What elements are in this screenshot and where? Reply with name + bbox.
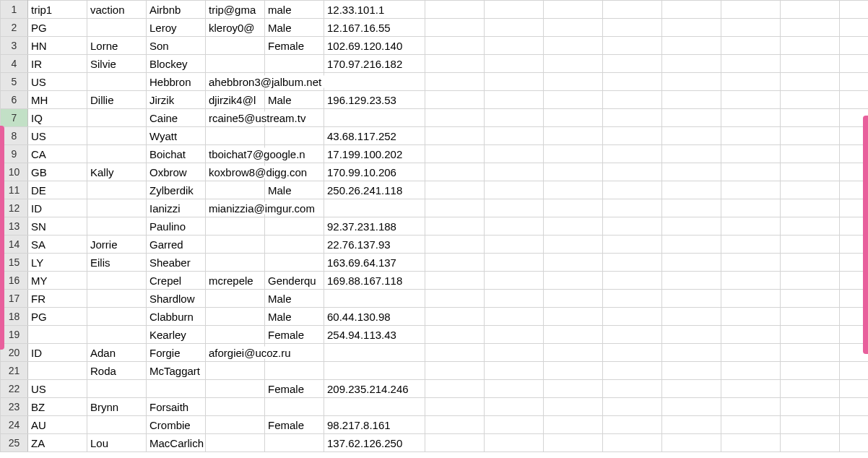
row-header[interactable]: 15 <box>1 254 28 272</box>
cell-empty[interactable] <box>425 236 485 254</box>
cell-empty[interactable] <box>485 434 544 452</box>
cell-A[interactable]: PG <box>28 19 87 37</box>
cell-empty[interactable] <box>425 380 485 398</box>
table-row[interactable]: 25ZALouMacCarlich137.62.126.250 <box>1 434 869 452</box>
cell-empty[interactable] <box>662 19 721 37</box>
cell-empty[interactable] <box>781 236 840 254</box>
cell-empty[interactable] <box>544 55 603 73</box>
cell-empty[interactable] <box>544 91 603 109</box>
cell-B[interactable] <box>87 181 147 199</box>
cell-empty[interactable] <box>840 55 869 73</box>
cell-empty[interactable] <box>721 308 781 326</box>
table-row[interactable]: 9CABoichattboichat7@google.n17.199.100.2… <box>1 145 869 163</box>
cell-empty[interactable] <box>603 344 662 362</box>
cell-E[interactable]: Female <box>265 380 324 398</box>
cell-empty[interactable] <box>485 236 544 254</box>
cell-C[interactable]: Son <box>147 37 206 55</box>
cell-empty[interactable] <box>425 217 485 236</box>
cell-F[interactable] <box>324 362 425 380</box>
row-header[interactable]: 2 <box>1 19 28 37</box>
cell-C[interactable]: Oxbrow <box>147 163 206 181</box>
cell-empty[interactable] <box>485 91 544 109</box>
cell-empty[interactable] <box>781 362 840 380</box>
cell-E[interactable]: Female <box>265 37 324 55</box>
cell-empty[interactable] <box>544 308 603 326</box>
cell-E[interactable]: male <box>265 1 324 19</box>
cell-empty[interactable] <box>425 326 485 344</box>
cell-empty[interactable] <box>485 272 544 290</box>
cell-empty[interactable] <box>662 290 721 308</box>
cell-empty[interactable] <box>840 91 869 109</box>
row-header[interactable]: 25 <box>1 434 28 452</box>
cell-B[interactable] <box>87 73 147 91</box>
cell-empty[interactable] <box>662 308 721 326</box>
cell-empty[interactable] <box>544 362 603 380</box>
cell-empty[interactable] <box>603 254 662 272</box>
cell-empty[interactable] <box>603 163 662 181</box>
cell-empty[interactable] <box>781 199 840 217</box>
cell-empty[interactable] <box>603 1 662 19</box>
cell-empty[interactable] <box>425 290 485 308</box>
cell-empty[interactable] <box>721 145 781 163</box>
cell-B[interactable] <box>87 380 147 398</box>
cell-D[interactable] <box>206 37 265 55</box>
cell-empty[interactable] <box>662 380 721 398</box>
cell-empty[interactable] <box>544 380 603 398</box>
cell-empty[interactable] <box>425 163 485 181</box>
cell-empty[interactable] <box>721 290 781 308</box>
cell-D[interactable] <box>206 434 265 452</box>
cell-F[interactable]: 17.199.100.202 <box>324 145 425 163</box>
cell-empty[interactable] <box>485 73 544 91</box>
cell-B[interactable]: Dillie <box>87 91 147 109</box>
row-header[interactable]: 10 <box>1 163 28 181</box>
cell-empty[interactable] <box>721 19 781 37</box>
cell-F[interactable]: 12.33.101.1 <box>324 1 425 19</box>
cell-C[interactable]: Sheaber <box>147 254 206 272</box>
table-row[interactable]: 21RodaMcTaggart <box>1 362 869 380</box>
cell-empty[interactable] <box>781 163 840 181</box>
cell-B[interactable] <box>87 217 147 236</box>
cell-C[interactable]: Crombie <box>147 416 206 434</box>
cell-A[interactable]: ID <box>28 344 87 362</box>
cell-empty[interactable] <box>662 1 721 19</box>
cell-D[interactable] <box>206 217 265 236</box>
cell-empty[interactable] <box>603 398 662 416</box>
table-row[interactable]: 16MYCrepelmcrepeleGenderqu169.88.167.118 <box>1 272 869 290</box>
cell-E[interactable] <box>265 127 324 145</box>
cell-empty[interactable] <box>840 19 869 37</box>
row-header[interactable]: 19 <box>1 326 28 344</box>
cell-empty[interactable] <box>544 37 603 55</box>
cell-empty[interactable] <box>603 37 662 55</box>
cell-empty[interactable] <box>662 181 721 199</box>
cell-empty[interactable] <box>603 362 662 380</box>
cell-D[interactable] <box>206 181 265 199</box>
cell-empty[interactable] <box>662 272 721 290</box>
cell-F[interactable]: 92.37.231.188 <box>324 217 425 236</box>
table-row[interactable]: 24AUCrombieFemale98.217.8.161 <box>1 416 869 434</box>
cell-empty[interactable] <box>485 254 544 272</box>
cell-empty[interactable] <box>781 398 840 416</box>
cell-empty[interactable] <box>721 416 781 434</box>
cell-A[interactable]: BZ <box>28 398 87 416</box>
cell-E[interactable]: Male <box>265 181 324 199</box>
cell-C[interactable]: Forsaith <box>147 398 206 416</box>
cell-D[interactable]: aforgiei@ucoz.ru <box>206 344 265 362</box>
cell-C[interactable]: Jirzik <box>147 91 206 109</box>
cell-empty[interactable] <box>485 380 544 398</box>
cell-empty[interactable] <box>485 109 544 127</box>
cell-empty[interactable] <box>603 199 662 217</box>
cell-B[interactable]: Kally <box>87 163 147 181</box>
cell-empty[interactable] <box>603 91 662 109</box>
cell-C[interactable]: Zylberdik <box>147 181 206 199</box>
cell-E[interactable]: Female <box>265 326 324 344</box>
cell-A[interactable] <box>28 362 87 380</box>
cell-E[interactable]: Male <box>265 91 324 109</box>
cell-D[interactable] <box>206 308 265 326</box>
cell-empty[interactable] <box>425 199 485 217</box>
cell-B[interactable]: Jorrie <box>87 236 147 254</box>
cell-C[interactable]: Clabburn <box>147 308 206 326</box>
cell-B[interactable] <box>87 308 147 326</box>
cell-F[interactable]: 60.44.130.98 <box>324 308 425 326</box>
cell-empty[interactable] <box>485 308 544 326</box>
cell-empty[interactable] <box>603 73 662 91</box>
